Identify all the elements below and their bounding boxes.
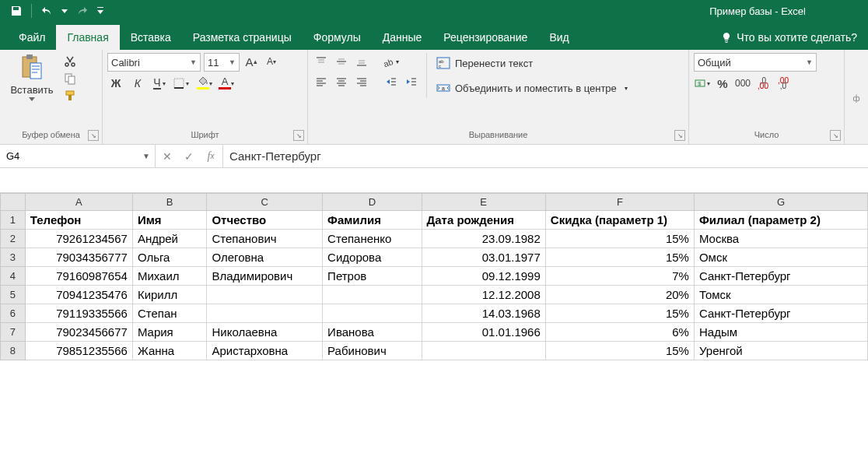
name-box-input[interactable] [0,145,138,167]
data-cell[interactable] [207,286,323,304]
comma-format-button[interactable]: 000 [734,75,751,92]
clipboard-launcher[interactable]: ↘ [88,130,99,141]
data-cell[interactable]: 20% [545,286,694,304]
data-cell[interactable]: Санкт-Петербург [694,267,867,286]
data-cell[interactable]: Иванова [323,323,422,342]
header-cell[interactable]: Дата рождения [422,211,545,230]
data-cell[interactable]: Степан [132,304,207,323]
data-cell[interactable]: 79261234567 [25,230,132,248]
accounting-format-button[interactable]: $▾ [694,75,711,92]
borders-button[interactable]: ▾ [173,75,190,92]
column-header[interactable]: G [694,194,867,211]
tab-insert[interactable]: Вставка [120,25,182,50]
tab-page-layout[interactable]: Разметка страницы [182,25,303,50]
tab-home[interactable]: Главная [56,25,119,50]
redo-button[interactable] [72,2,93,20]
tell-me-search[interactable]: Что вы хотите сделать? [710,25,868,50]
header-cell[interactable]: Филиал (параметр 2) [694,211,867,230]
copy-button[interactable] [62,72,78,86]
data-cell[interactable]: 79119335566 [25,304,132,323]
row-header[interactable]: 7 [1,323,26,342]
tab-data[interactable]: Данные [372,25,433,50]
fill-color-button[interactable]: ▾ [194,75,212,92]
row-header[interactable]: 2 [1,230,26,248]
formula-input[interactable] [223,145,868,167]
decrease-decimal-button[interactable]: ,00,0 [775,75,792,92]
row-header[interactable]: 5 [1,286,26,304]
increase-font-button[interactable]: A▴ [243,53,260,70]
tab-formulas[interactable]: Формулы [303,25,372,50]
data-cell[interactable]: 79160987654 [25,267,132,286]
data-cell[interactable]: 15% [545,230,694,248]
data-cell[interactable]: Михаил [132,267,207,286]
data-cell[interactable]: Петров [323,267,422,286]
header-cell[interactable]: Имя [132,211,207,230]
data-cell[interactable]: Степаненко [323,230,422,248]
row-header[interactable]: 6 [1,304,26,323]
data-cell[interactable]: Андрей [132,230,207,248]
align-right-button[interactable] [353,73,370,90]
data-cell[interactable]: 14.03.1968 [422,304,545,323]
orientation-button[interactable]: ab▾ [383,53,400,70]
header-cell[interactable]: Отчество [207,211,323,230]
data-cell[interactable]: Омск [694,248,867,267]
italic-button[interactable]: К [129,75,146,92]
align-center-button[interactable] [333,73,350,90]
worksheet-grid[interactable]: ABCDEFG1ТелефонИмяОтчествоФамилияДата ро… [0,193,868,360]
undo-button[interactable] [37,2,57,20]
data-cell[interactable]: 09.12.1999 [422,267,545,286]
data-cell[interactable]: Олеговна [207,248,323,267]
alignment-launcher[interactable]: ↘ [674,130,685,141]
data-cell[interactable]: 7% [545,267,694,286]
data-cell[interactable]: Николаевна [207,323,323,342]
underline-button[interactable]: Ч▾ [151,75,168,92]
header-cell[interactable]: Телефон [25,211,132,230]
cancel-formula-button[interactable]: ✕ [157,145,177,167]
data-cell[interactable]: Надым [694,323,867,342]
column-header[interactable]: D [323,194,422,211]
enter-formula-button[interactable]: ✓ [179,145,199,167]
select-all-corner[interactable] [1,194,26,211]
data-cell[interactable]: 12.12.2008 [422,286,545,304]
increase-decimal-button[interactable]: ,0,00 [754,75,772,92]
data-cell[interactable]: 79851235566 [25,342,132,360]
merge-center-button[interactable]: a Объединить и поместить в центре ▾ [433,78,631,98]
name-box[interactable]: ▼ [0,145,156,167]
undo-dropdown[interactable] [60,2,69,20]
column-header[interactable]: B [132,194,207,211]
insert-function-button[interactable]: fx [201,145,221,167]
header-cell[interactable]: Скидка (параметр 1) [545,211,694,230]
data-cell[interactable]: Степанович [207,230,323,248]
align-middle-button[interactable] [333,53,350,70]
paste-button[interactable] [15,53,49,83]
tab-view[interactable]: Вид [538,25,579,50]
name-box-dropdown[interactable]: ▼ [138,152,155,160]
align-top-button[interactable] [313,53,330,70]
decrease-indent-button[interactable] [383,73,400,90]
column-header[interactable]: C [207,194,323,211]
data-cell[interactable]: Кирилл [132,286,207,304]
data-cell[interactable]: Ольга [132,248,207,267]
data-cell[interactable] [323,304,422,323]
data-cell[interactable]: Аристарховна [207,342,323,360]
data-cell[interactable]: Сидорова [323,248,422,267]
percent-format-button[interactable]: % [714,75,731,92]
paste-dropdown-icon[interactable] [29,97,35,101]
data-cell[interactable] [422,342,545,360]
decrease-font-button[interactable]: A▾ [263,53,280,70]
paste-label[interactable]: Вставить [10,84,53,96]
tab-file[interactable]: Файл [8,25,56,50]
data-cell[interactable] [323,286,422,304]
bold-button[interactable]: Ж [107,75,124,92]
cut-button[interactable] [62,54,78,68]
data-cell[interactable]: 01.01.1966 [422,323,545,342]
data-cell[interactable]: 15% [545,304,694,323]
row-header[interactable]: 1 [1,211,26,230]
data-cell[interactable] [207,304,323,323]
column-header[interactable]: E [422,194,545,211]
data-cell[interactable]: 79023456677 [25,323,132,342]
column-header[interactable]: F [545,194,694,211]
row-header[interactable]: 8 [1,342,26,360]
font-launcher[interactable]: ↘ [293,130,304,141]
qat-customize[interactable] [96,2,105,20]
